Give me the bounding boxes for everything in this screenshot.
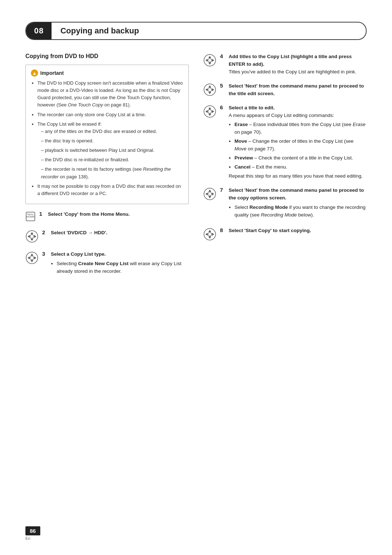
step-8: 8 Select 'Start Copy' to start copying. — [203, 227, 367, 242]
svg-point-32 — [208, 110, 212, 113]
step-1-text: Select 'Copy' from the Home Menu. — [48, 211, 130, 218]
step-8-text: Select 'Start Copy' to start copying. — [229, 227, 311, 235]
sub-item-2: the disc tray is opened. — [41, 137, 183, 145]
step-2-number: 2 — [42, 229, 47, 235]
important-label: Important — [40, 70, 64, 76]
svg-marker-4 — [30, 232, 33, 234]
step-3-number: 3 — [42, 251, 47, 257]
svg-marker-11 — [30, 260, 33, 262]
svg-point-38 — [208, 192, 212, 196]
step-7: 7 Select 'Next' from the command menu pa… — [203, 187, 367, 220]
svg-marker-29 — [208, 114, 211, 116]
step-7-bullet-1: Select Recording Mode if you want to cha… — [234, 204, 367, 219]
step-6-list: Erase – Erase individual titles from the… — [229, 121, 367, 171]
important-list: The DVD to HDD Copy screen isn't accessi… — [31, 80, 183, 197]
svg-marker-31 — [212, 110, 214, 113]
sub-item-4: the DVD disc is re-initialized or finali… — [41, 156, 183, 163]
step-3-list: Selecting Create New Copy List will eras… — [51, 260, 189, 275]
important-item-3: The Copy List will be erased if: any of … — [37, 121, 183, 181]
step-5-icon — [203, 83, 216, 97]
sub-item-3: playback is switched between Play List a… — [41, 147, 183, 154]
nav-icon-2 — [25, 230, 38, 243]
step-4-text: Add titles to the Copy List (highlight a… — [229, 53, 367, 76]
step-6-bullet-erase: Erase – Erase individual titles from the… — [234, 121, 367, 136]
svg-marker-24 — [205, 88, 208, 91]
step-4-icon — [203, 54, 216, 68]
svg-marker-28 — [208, 107, 211, 109]
svg-marker-43 — [212, 233, 214, 236]
warning-icon: ▲ — [31, 69, 38, 77]
step-5-text: Select 'Next' from the command menu pane… — [229, 82, 367, 98]
important-box: ▲ Important The DVD to HDD Copy screen i… — [25, 65, 189, 204]
step-6-text: Select a title to edit. A menu appears o… — [229, 104, 367, 180]
svg-marker-23 — [208, 92, 211, 94]
svg-marker-37 — [212, 193, 214, 195]
nav-icon-7 — [203, 187, 216, 200]
step-1-icon: HOME MENU — [25, 211, 36, 223]
step-6: 6 Select a title to edit. A menu appears… — [203, 104, 367, 180]
step-4-number: 4 — [220, 53, 225, 59]
step-2-text: Select 'DVD/CD → HDD'. — [51, 229, 107, 237]
left-column: Copying from DVD to HDD ▲ Important The … — [25, 53, 189, 283]
step-7-text: Select 'Next' from the command menu pane… — [229, 187, 367, 220]
svg-text:MENU: MENU — [27, 213, 34, 215]
svg-marker-42 — [205, 233, 208, 236]
home-menu-icon: HOME MENU — [25, 211, 36, 222]
page-number: 86 — [25, 526, 40, 535]
step-2-icon — [25, 230, 38, 244]
svg-marker-40 — [208, 230, 211, 232]
step-1-number: 1 — [39, 211, 44, 217]
svg-point-14 — [30, 256, 34, 260]
step-7-list: Select Recording Mode if you want to cha… — [229, 204, 367, 219]
step-3-icon — [25, 251, 38, 266]
step-6-bullet-preview: Preview – Check the content of a title i… — [234, 154, 367, 162]
nav-icon-4 — [203, 54, 216, 67]
nav-icon-8 — [203, 228, 216, 241]
step-6-icon — [203, 105, 216, 119]
svg-marker-7 — [34, 235, 36, 238]
nav-icon-5 — [203, 83, 216, 96]
nav-icon-6 — [203, 105, 216, 118]
svg-marker-16 — [208, 56, 211, 58]
step-6-number: 6 — [220, 104, 225, 110]
svg-marker-10 — [30, 254, 33, 256]
step-8-number: 8 — [220, 227, 225, 233]
svg-marker-6 — [28, 235, 30, 238]
svg-marker-13 — [34, 256, 36, 259]
svg-marker-22 — [208, 85, 211, 88]
svg-marker-5 — [30, 239, 33, 241]
chapter-title: Copying and backup — [52, 23, 147, 39]
svg-marker-41 — [208, 236, 211, 239]
svg-point-8 — [30, 235, 34, 238]
page-footer: 86 En — [25, 526, 40, 540]
content-columns: Copying from DVD to HDD ▲ Important The … — [25, 53, 367, 283]
svg-marker-35 — [208, 196, 211, 198]
page: 08 Copying and backup Copying from DVD t… — [0, 0, 392, 555]
sub-item-1: any of the titles on the DVD disc are er… — [41, 128, 183, 135]
svg-marker-36 — [205, 193, 208, 195]
svg-marker-25 — [212, 88, 214, 91]
right-column: 4 Add titles to the Copy List (highlight… — [203, 53, 367, 283]
svg-marker-18 — [205, 59, 208, 62]
step-6-bullet-cancel: Cancel – Exit the menu. — [234, 163, 367, 171]
step-6-bullet-move: Move – Change the order of titles in the… — [234, 138, 367, 153]
chapter-header: 08 Copying and backup — [25, 22, 367, 40]
step-1: HOME MENU 1 Select 'Copy' from the Home … — [25, 211, 189, 223]
step-4: 4 Add titles to the Copy List (highlight… — [203, 53, 367, 76]
step-7-number: 7 — [220, 187, 225, 193]
step-5: 5 Select 'Next' from the command menu pa… — [203, 82, 367, 98]
nav-icon-3 — [25, 251, 38, 264]
svg-marker-17 — [208, 62, 211, 65]
important-item-4: It may not be possible to copy from a DV… — [37, 183, 183, 197]
svg-marker-12 — [28, 256, 30, 259]
step-3: 3 Select a Copy List type. Selecting Cre… — [25, 251, 189, 277]
step-3-text: Select a Copy List type. Selecting Creat… — [51, 251, 189, 277]
svg-marker-30 — [205, 110, 208, 113]
step-2: 2 Select 'DVD/CD → HDD'. — [25, 229, 189, 244]
step-5-number: 5 — [220, 82, 225, 89]
svg-point-20 — [208, 58, 212, 62]
step-7-icon — [203, 187, 216, 202]
svg-text:HOME: HOME — [26, 215, 35, 218]
section-heading: Copying from DVD to HDD — [25, 53, 189, 60]
important-item-2: The recorder can only store one Copy Lis… — [37, 111, 183, 118]
